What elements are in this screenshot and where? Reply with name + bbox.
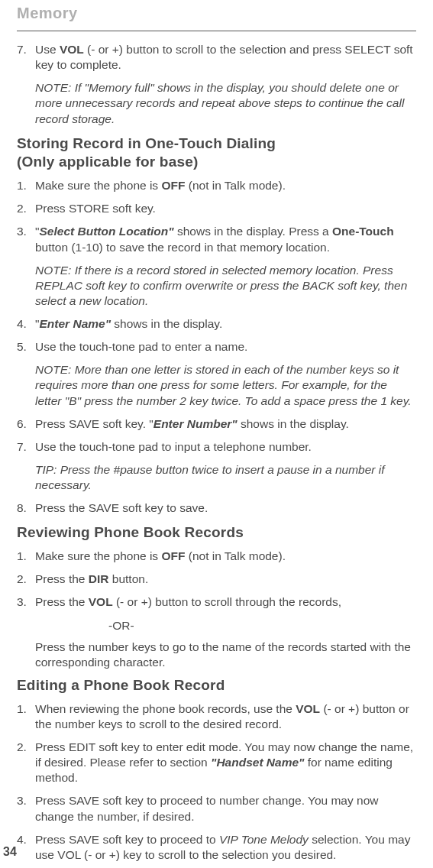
list-item: 2. Press EDIT soft key to enter edit mod… (17, 740, 416, 785)
note-text: NOTE: If there is a record stored in sel… (35, 263, 416, 309)
item-number: 2. (17, 572, 35, 587)
heading-editing: Editing a Phone Book Record (17, 676, 416, 695)
item-text: Use the touch-tone pad to enter a name. (35, 339, 416, 355)
list-storing-cont: 4. "Enter Name" shows in the display. 5.… (17, 316, 416, 355)
item-number: 8. (17, 500, 35, 516)
list-item: 3. Press the VOL (- or +) button to scro… (17, 594, 416, 610)
item-text: "Enter Name" shows in the display. (35, 316, 416, 332)
or-separator: -OR- (108, 618, 416, 633)
list-item: 2. Press the DIR button. (17, 572, 416, 587)
list-item: 6. Press SAVE soft key. "Enter Number" s… (17, 416, 416, 432)
list-item: 1. Make sure the phone is OFF (not in Ta… (17, 178, 416, 193)
item-text: Make sure the phone is OFF (not in Talk … (35, 178, 416, 193)
page-number: 34 (3, 844, 17, 860)
item-number: 3. (17, 224, 35, 254)
item-text: Press SAVE soft key to proceed to VIP To… (35, 832, 416, 863)
header-section-title: Memory (17, 0, 416, 31)
list-item: 8. Press the SAVE soft key to save. (17, 500, 416, 516)
item-number: 1. (17, 178, 35, 193)
list-storing: 1. Make sure the phone is OFF (not in Ta… (17, 178, 416, 255)
item-text: When reviewing the phone book records, u… (35, 701, 416, 732)
tip-text: TIP: Press the #pause button twice to in… (35, 462, 416, 493)
list-reviewing: 1. Make sure the phone is OFF (not in Ta… (17, 549, 416, 610)
list-continued: 7. Use VOL (- or +) button to scroll to … (17, 42, 416, 73)
list-item: 2. Press STORE soft key. (17, 201, 416, 216)
item-number: 7. (17, 42, 35, 73)
list-storing-cont3: 8. Press the SAVE soft key to save. (17, 500, 416, 516)
item-number: 7. (17, 439, 35, 455)
list-item: 4. "Enter Name" shows in the display. (17, 316, 416, 332)
list-storing-cont2: 6. Press SAVE soft key. "Enter Number" s… (17, 416, 416, 455)
list-item: 3. "Select Button Location" shows in the… (17, 224, 416, 254)
item-text: Use VOL (- or +) button to scroll to the… (35, 42, 416, 73)
list-item: 7. Use the touch-tone pad to input a tel… (17, 439, 416, 455)
list-item: 5. Use the touch-tone pad to enter a nam… (17, 339, 416, 355)
list-item: 1. Make sure the phone is OFF (not in Ta… (17, 549, 416, 564)
heading-storing: Storing Record in One-Touch Dialing (Onl… (17, 134, 416, 172)
item-number: 1. (17, 549, 35, 564)
divider (17, 31, 416, 31)
note-text: NOTE: More than one letter is stored in … (35, 362, 416, 408)
item-text: Press the SAVE soft key to save. (35, 500, 416, 516)
item-text: Use the touch-tone pad to input a teleph… (35, 439, 416, 455)
list-item: 7. Use VOL (- or +) button to scroll to … (17, 42, 416, 73)
item-number: 4. (17, 832, 35, 863)
item-number: 3. (17, 594, 35, 610)
item-text: Make sure the phone is OFF (not in Talk … (35, 549, 416, 564)
heading-reviewing: Reviewing Phone Book Records (17, 523, 416, 542)
item-number: 1. (17, 701, 35, 732)
item-number: 5. (17, 339, 35, 355)
item-text: Press STORE soft key. (35, 201, 416, 216)
item-number: 2. (17, 201, 35, 216)
item-text: Press SAVE soft key to proceed to number… (35, 793, 416, 824)
item-number: 6. (17, 416, 35, 432)
item-text: Press EDIT soft key to enter edit mode. … (35, 740, 416, 785)
item-text: "Select Button Location" shows in the di… (35, 224, 416, 254)
list-item: 1. When reviewing the phone book records… (17, 701, 416, 732)
note-text: NOTE: If "Memory full" shows in the disp… (35, 80, 416, 126)
follow-text: Press the number keys to go to the name … (35, 640, 416, 670)
list-editing: 1. When reviewing the phone book records… (17, 701, 416, 863)
item-number: 3. (17, 793, 35, 824)
item-text: Press the DIR button. (35, 572, 416, 587)
item-text: Press the VOL (- or +) button to scroll … (35, 594, 416, 610)
list-item: 3. Press SAVE soft key to proceed to num… (17, 793, 416, 824)
item-text: Press SAVE soft key. "Enter Number" show… (35, 416, 416, 432)
item-number: 4. (17, 316, 35, 332)
list-item: 4. Press SAVE soft key to proceed to VIP… (17, 832, 416, 863)
item-number: 2. (17, 740, 35, 785)
